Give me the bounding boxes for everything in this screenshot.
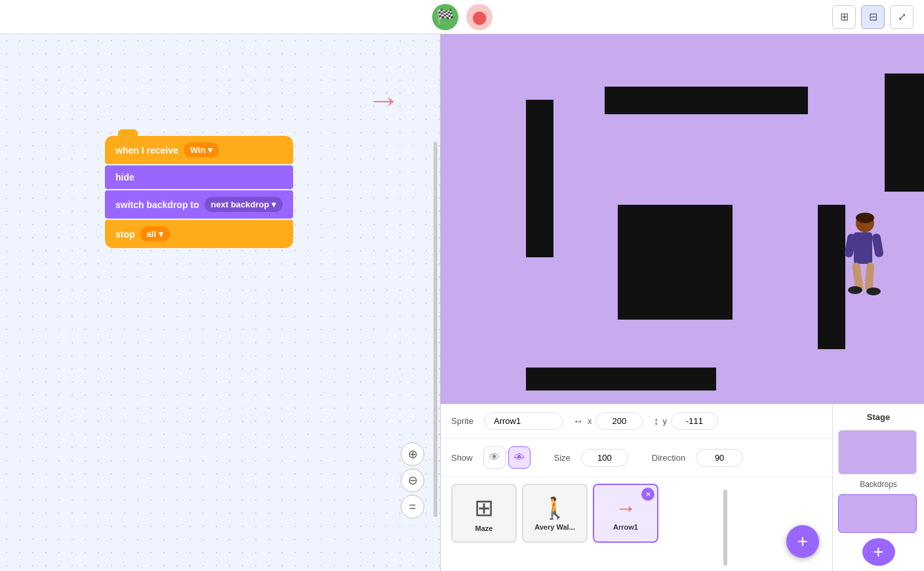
backdrop-dropdown-arrow: ▾ (271, 200, 276, 209)
green-flag-button[interactable]: 🏁 (432, 4, 458, 30)
obstacle-right-mid (818, 205, 845, 349)
add-sprite-icon: + (797, 531, 808, 552)
backdrop-thumb[interactable] (838, 494, 917, 533)
avery-thumb-icon: 🚶 (542, 496, 568, 520)
sprite-props-row: Show 👁 👁 Size Direction (441, 438, 832, 477)
svg-rect-2 (854, 232, 872, 264)
zoom-controls: ⊕ ⊖ = (401, 442, 424, 518)
pink-arrow-icon: → (367, 80, 401, 119)
zoom-fit-button[interactable]: = (401, 495, 424, 518)
hide-label: hide (115, 172, 134, 182)
when-receive-label: when I receive (115, 145, 178, 156)
stage-sidebar: Stage Backdrops + (832, 404, 924, 571)
svg-point-8 (866, 287, 881, 295)
obstacle-right-top (885, 74, 924, 192)
stage-area (441, 34, 924, 404)
sprite-label: Sprite (451, 416, 473, 426)
right-panel: Sprite ↔ x ↕ y Show (441, 34, 924, 571)
maze-thumb-icon: ⊞ (474, 494, 494, 522)
obstacle-center (618, 205, 733, 320)
zoom-in-button[interactable]: ⊕ (401, 442, 424, 466)
receive-dropdown-value: Win (190, 145, 206, 155)
show-hidden-button[interactable]: 👁 (508, 446, 531, 469)
arrow1-thumb-icon: → (615, 496, 636, 520)
backdrops-label: Backdrops (838, 480, 919, 489)
blocks-area: when I receive Win ▾ hide switch backdro… (105, 136, 293, 248)
add-backdrop-button[interactable]: + (862, 538, 895, 566)
stage-preview[interactable] (838, 430, 917, 475)
obstacle-left-bar (526, 100, 553, 257)
sprite-delete-button[interactable]: ✕ (641, 488, 654, 501)
svg-point-1 (856, 213, 874, 223)
zoom-out-button[interactable]: ⊖ (401, 469, 424, 492)
code-panel: → when I receive Win ▾ hide switch backd… (0, 34, 441, 571)
size-input[interactable] (581, 449, 628, 467)
direction-input[interactable] (696, 449, 743, 467)
x-icon: ↔ (573, 415, 584, 427)
x-label: x (588, 416, 592, 426)
show-label: Show (451, 453, 473, 463)
layout-editor-icon: ⊟ (869, 11, 877, 23)
x-input[interactable] (595, 412, 643, 430)
arrow1-thumb-label: Arrow1 (613, 523, 638, 531)
layout-fullscreen-icon: ⤢ (898, 11, 906, 23)
backdrop-dropdown-value: next backdrop (211, 200, 270, 209)
svg-rect-6 (864, 263, 874, 292)
when-receive-block[interactable]: when I receive Win ▾ (105, 136, 293, 164)
x-coord-group: ↔ x (573, 412, 643, 430)
eye-icon: 👁 (489, 452, 500, 463)
receive-dropdown-arrow: ▾ (208, 145, 212, 155)
hide-block[interactable]: hide (105, 165, 293, 189)
green-flag-icon: 🏁 (436, 9, 454, 26)
sprite-thumb-arrow1[interactable]: ✕ → Arrow1 (593, 484, 658, 543)
sprite-scrollbar[interactable] (723, 490, 727, 566)
add-backdrop-icon: + (873, 543, 883, 561)
y-icon: ↕ (653, 415, 658, 427)
sprite-thumb-maze[interactable]: ⊞ Maze (451, 484, 517, 543)
layout-split-icon: ⊞ (840, 11, 849, 23)
top-bar: 🏁 ⬤ ⊞ ⊟ ⤢ (0, 0, 924, 34)
stage-tab-label: Stage (838, 410, 919, 425)
y-input[interactable] (671, 412, 718, 430)
eye-slash-icon: 👁 (514, 452, 525, 463)
stop-dropdown[interactable]: all ▾ (140, 226, 170, 242)
zoom-in-icon: ⊕ (408, 447, 418, 461)
stop-block[interactable]: stop all ▾ (105, 220, 293, 248)
stop-button[interactable]: ⬤ (466, 4, 492, 30)
receive-dropdown[interactable]: Win ▾ (184, 142, 220, 158)
bottom-panel: Sprite ↔ x ↕ y Show (441, 404, 924, 571)
stop-dropdown-value: all (147, 229, 156, 239)
show-toggle: 👁 👁 (483, 446, 531, 469)
maze-thumb-label: Maze (475, 524, 493, 532)
avery-thumb-label: Avery Wal... (534, 523, 575, 531)
size-label: Size (554, 453, 571, 463)
obstacle-top-bar (605, 87, 808, 114)
svg-rect-4 (872, 233, 884, 258)
layout-split-button[interactable]: ⊞ (832, 5, 856, 29)
sprite-section: Sprite ↔ x ↕ y Show (441, 404, 832, 571)
sprite-info-row: Sprite ↔ x ↕ y (441, 404, 832, 438)
main-area: → when I receive Win ▾ hide switch backd… (0, 34, 924, 571)
add-sprite-button[interactable]: + (786, 525, 819, 558)
zoom-fit-icon: = (409, 500, 416, 514)
obstacle-bottom (526, 368, 716, 391)
layout-fullscreen-button[interactable]: ⤢ (890, 5, 914, 29)
layout-editor-button[interactable]: ⊟ (861, 5, 885, 29)
stop-icon: ⬤ (472, 9, 487, 25)
switch-backdrop-label: switch backdrop to (115, 200, 199, 210)
stop-dropdown-arrow: ▾ (159, 229, 163, 239)
y-label: y (662, 416, 667, 426)
switch-backdrop-block[interactable]: switch backdrop to next backdrop ▾ (105, 190, 293, 219)
y-coord-group: ↕ y (653, 412, 718, 430)
stop-label: stop (115, 229, 135, 240)
zoom-out-icon: ⊖ (408, 473, 418, 488)
svg-point-7 (848, 286, 862, 294)
sprite-thumb-avery[interactable]: 🚶 Avery Wal... (522, 484, 588, 543)
direction-label: Direction (652, 453, 685, 463)
character-sprite (842, 211, 888, 297)
backdrop-dropdown[interactable]: next backdrop ▾ (205, 197, 283, 212)
code-scrollbar[interactable] (433, 142, 437, 518)
sprite-name-input[interactable] (484, 412, 563, 430)
show-visible-button[interactable]: 👁 (483, 446, 506, 469)
sprite-thumbnails: ⊞ Maze 🚶 Avery Wal... ✕ → Arrow1 (441, 477, 832, 571)
